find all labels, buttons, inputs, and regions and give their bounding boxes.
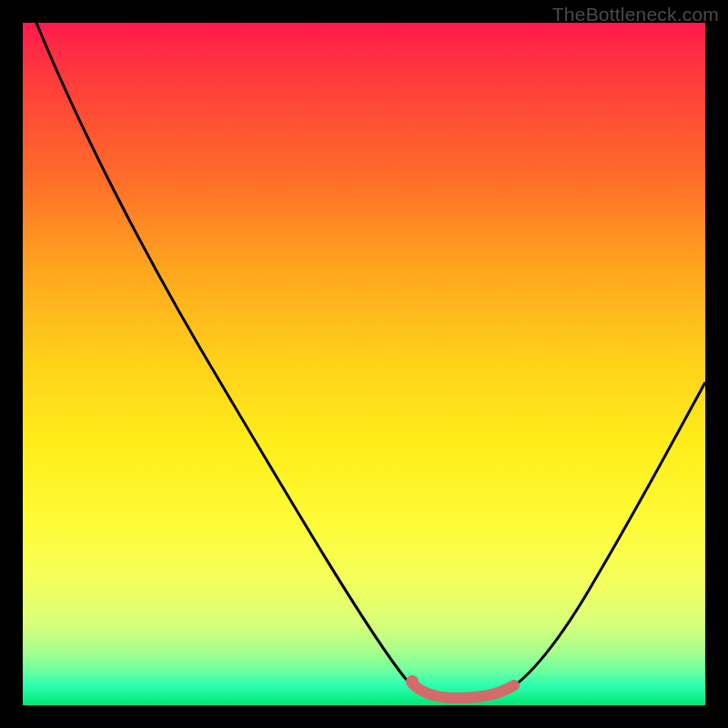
- bottleneck-curve: [36, 23, 705, 698]
- optimal-range-marker: [412, 683, 514, 698]
- optimal-point-dot: [406, 675, 419, 688]
- watermark-text: TheBottleneck.com: [552, 4, 719, 25]
- chart-frame: TheBottleneck.com: [0, 0, 728, 728]
- chart-svg: [23, 23, 705, 705]
